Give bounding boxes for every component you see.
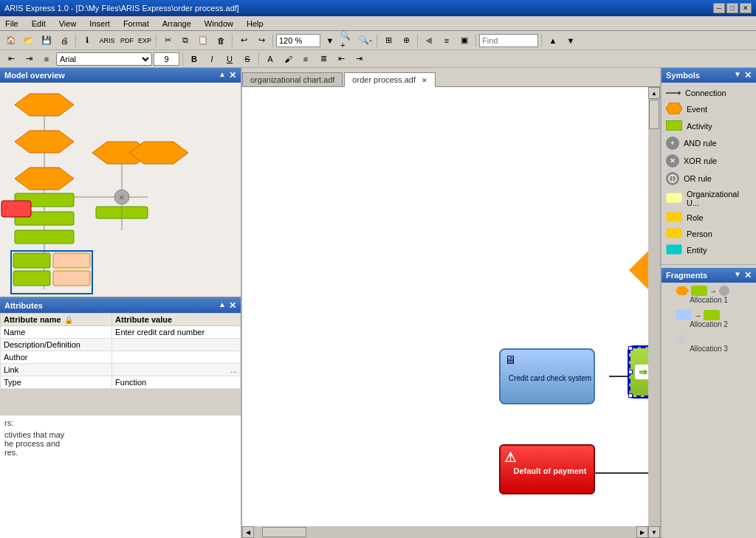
menu-window[interactable]: Window — [202, 18, 236, 29]
zoom-out-button[interactable]: 🔍- — [357, 33, 374, 48]
canvas-area[interactable]: ✕ Credit card payment selected "Invoice"… — [242, 87, 660, 538]
strikethrough-button[interactable]: S — [239, 52, 255, 66]
menu-file[interactable]: File — [3, 18, 21, 29]
warning-icon: ⚠ — [504, 449, 516, 466]
down-button[interactable]: ▼ — [563, 33, 579, 48]
tab-order-process[interactable]: order process.adf ✕ — [344, 72, 436, 87]
align-left-button[interactable]: ⫷ — [421, 33, 437, 48]
italic-button[interactable]: I — [204, 52, 220, 66]
font-select[interactable]: Arial — [56, 52, 152, 66]
indent-right[interactable]: ⇥ — [21, 52, 37, 66]
info-button[interactable]: ℹ — [79, 33, 95, 48]
delete-button[interactable]: 🗑 — [213, 33, 229, 48]
underline-button[interactable]: U — [221, 52, 238, 66]
zoom-dropdown[interactable]: ▼ — [322, 33, 338, 48]
minimize-button[interactable]: ─ — [713, 3, 725, 13]
sep2 — [156, 34, 157, 47]
sep1 — [75, 34, 76, 47]
outdent-button[interactable]: ⇤ — [333, 52, 349, 66]
symbol-event[interactable]: Event — [664, 100, 753, 118]
sep5 — [377, 34, 377, 47]
align-center-button[interactable]: ≡ — [439, 33, 455, 48]
fragments-close-icon[interactable]: ✕ — [744, 270, 752, 280]
scroll-left-button[interactable]: ◀ — [242, 526, 254, 538]
svg-marker-4 — [15, 168, 74, 190]
menu-view[interactable]: View — [57, 18, 79, 29]
attributes-table: Attribute name 🔒 Attribute value NameEnt… — [0, 313, 241, 389]
attr-value-cell[interactable]: ... — [112, 364, 241, 376]
list-ul-button[interactable]: ≡ — [298, 52, 314, 66]
symbol-and[interactable]: + AND rule — [664, 134, 753, 152]
undo-button[interactable]: ↩ — [236, 33, 252, 48]
align-btn[interactable]: ≡ — [38, 52, 55, 66]
open-button[interactable]: 📂 — [21, 33, 37, 48]
print-button[interactable]: 🖨 — [56, 33, 72, 48]
new-button[interactable]: 🏠 — [3, 33, 19, 48]
highlight-button[interactable]: 🖌 — [280, 52, 296, 66]
tab-close-icon[interactable]: ✕ — [422, 77, 427, 84]
fragment-allocation1[interactable]: → Allocation 1 — [664, 286, 753, 304]
overview-expand-icon[interactable]: ▲ — [219, 70, 226, 80]
pdf-button[interactable]: PDF — [119, 33, 135, 48]
maximize-button[interactable]: □ — [726, 3, 738, 13]
up-button[interactable]: ▲ — [545, 33, 561, 48]
export-button[interactable]: EXP — [137, 33, 153, 48]
menu-help[interactable]: Help — [244, 18, 266, 29]
system-credit-card-check[interactable]: 🖥 Credit card check system — [499, 348, 595, 404]
symbols-close-icon[interactable]: ✕ — [744, 70, 752, 80]
font-color-button[interactable]: A — [262, 52, 278, 66]
list-ol-button[interactable]: ≣ — [315, 52, 331, 66]
paste-button[interactable]: 📋 — [195, 33, 211, 48]
grid-button[interactable]: ⊞ — [380, 33, 396, 48]
zoom-in-button[interactable]: 🔍+ — [340, 33, 356, 48]
font-size-input[interactable]: 9 — [154, 52, 179, 66]
symbols-expand-icon[interactable]: ▼ — [734, 70, 741, 80]
symbol-or[interactable]: OR rule — [664, 170, 753, 187]
scroll-down-button[interactable]: ▼ — [648, 526, 660, 538]
fragment-allocation3[interactable]: Allocation 3 — [664, 334, 753, 353]
aris-button[interactable]: ARIS — [97, 33, 117, 48]
symbol-role[interactable]: Role — [664, 210, 753, 226]
scroll-thumb[interactable] — [649, 100, 659, 129]
attr-value-header: Attribute value — [112, 314, 241, 326]
symbol-person[interactable]: Person — [664, 226, 753, 242]
menu-arrange[interactable]: Arrange — [160, 18, 193, 29]
attributes-expand-icon[interactable]: ▲ — [219, 300, 226, 311]
menu-format[interactable]: Format — [121, 18, 151, 29]
tab-org-chart[interactable]: organizational chart.adf — [242, 72, 343, 86]
snap-button[interactable]: ⊕ — [398, 33, 414, 48]
attr-value-cell: Enter credit card number — [112, 326, 241, 339]
copy-button[interactable]: ⧉ — [177, 33, 193, 48]
svg-marker-39 — [666, 103, 682, 114]
bold-button[interactable]: B — [186, 52, 202, 66]
symbol-connection[interactable]: Connection — [664, 86, 753, 100]
link-browse-button[interactable]: ... — [230, 365, 237, 374]
error-default-payment[interactable]: ⚠ Default of payment — [499, 444, 595, 494]
fragments-expand-icon[interactable]: ▼ — [734, 270, 741, 280]
fragment-alloc1-label: Allocation 1 — [690, 296, 728, 304]
menu-edit[interactable]: Edit — [30, 18, 48, 29]
horizontal-scrollbar: ◀ ▶ — [242, 526, 648, 538]
h-scroll-thumb[interactable] — [262, 527, 306, 537]
close-button[interactable]: ✕ — [740, 3, 752, 13]
color-button[interactable]: ▣ — [456, 33, 472, 48]
symbol-entity[interactable]: Entity — [664, 242, 753, 258]
overview-close-icon[interactable]: ✕ — [229, 70, 236, 80]
indent-button[interactable]: ⇥ — [351, 52, 367, 66]
attributes-close-icon[interactable]: ✕ — [229, 300, 236, 311]
indent-left[interactable]: ⇤ — [3, 52, 19, 66]
save-button[interactable]: 💾 — [38, 33, 55, 48]
cut-button[interactable]: ✂ — [159, 33, 176, 48]
zoom-input[interactable]: 120 % — [276, 34, 320, 47]
redo-button[interactable]: ↪ — [253, 33, 269, 48]
symbol-org[interactable]: Organizational U... — [664, 187, 753, 210]
scroll-up-button[interactable]: ▲ — [648, 87, 660, 99]
symbol-xor[interactable]: ✕ XOR rule — [664, 152, 753, 170]
find-input[interactable] — [479, 34, 538, 47]
sel-handle-ml — [628, 370, 633, 374]
fragment-allocation2[interactable]: → Allocation 2 — [664, 310, 753, 328]
left-panel: Model overview ▲ ✕ — [0, 68, 242, 538]
menu-insert[interactable]: Insert — [87, 18, 112, 29]
scroll-right-button[interactable]: ▶ — [636, 526, 648, 538]
symbol-activity[interactable]: Activity — [664, 118, 753, 134]
